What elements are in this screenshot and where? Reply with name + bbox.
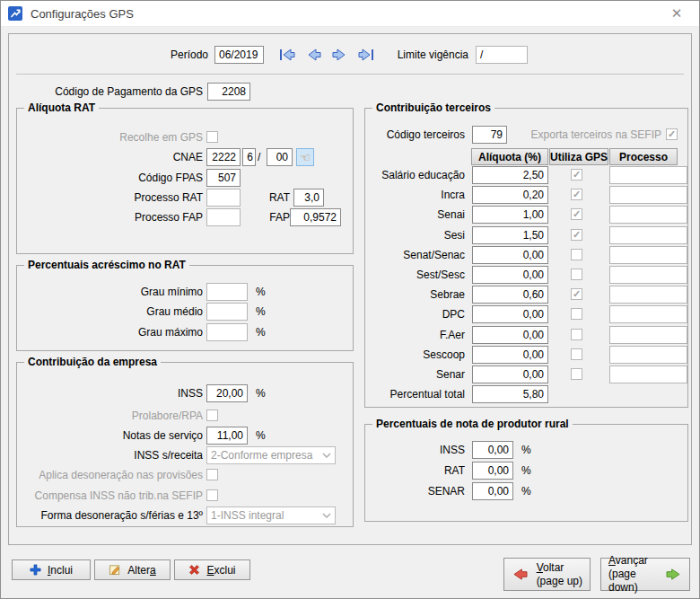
terceiros-processo-input[interactable] bbox=[609, 326, 687, 344]
inclui-button[interactable]: Inclui bbox=[12, 559, 91, 580]
terceiros-utiliza-gps-checkbox[interactable] bbox=[571, 229, 582, 241]
terceiros-processo-input[interactable] bbox=[609, 166, 687, 184]
avancar-page-down-button[interactable]: Avançar (page down) bbox=[600, 558, 690, 591]
edit-note-icon bbox=[109, 564, 121, 576]
compensa-inss-label: Compensa INSS não trib.na SEFIP bbox=[17, 487, 203, 505]
cnae-digit-input[interactable]: 6 bbox=[242, 148, 256, 166]
terceiros-utiliza-gps-checkbox[interactable] bbox=[571, 269, 582, 280]
produtor-senar-percent: % bbox=[521, 482, 539, 500]
terceiros-row-label: Senat/Senac bbox=[365, 246, 465, 264]
terceiros-aliquota-input[interactable]: 0,00 bbox=[472, 305, 548, 323]
terceiros-aliquota-input[interactable]: 0,20 bbox=[472, 186, 548, 204]
terceiros-processo-input[interactable] bbox=[609, 286, 687, 304]
compensa-inss-checkbox[interactable] bbox=[206, 489, 218, 501]
inss-empresa-input[interactable]: 20,00 bbox=[206, 384, 248, 402]
terceiros-row-label: Incra bbox=[365, 186, 465, 204]
codigo-pagamento-gps-input[interactable]: 2208 bbox=[207, 83, 250, 101]
notas-servico-percent: % bbox=[256, 427, 274, 445]
first-record-icon[interactable] bbox=[276, 46, 298, 64]
terceiros-processo-input[interactable] bbox=[609, 206, 687, 224]
terceiros-utiliza-gps-checkbox[interactable] bbox=[571, 308, 582, 320]
percentual-total-input[interactable]: 5,80 bbox=[472, 385, 548, 403]
terceiros-utiliza-gps-checkbox[interactable] bbox=[571, 368, 582, 380]
terceiros-aliquota-input[interactable]: 0,00 bbox=[472, 246, 548, 264]
terceiros-processo-input[interactable] bbox=[609, 246, 687, 264]
fap-label: FAP bbox=[259, 208, 290, 226]
codigo-terceiros-input[interactable]: 79 bbox=[472, 126, 507, 144]
next-record-icon[interactable] bbox=[328, 46, 350, 64]
grau-maximo-input[interactable] bbox=[206, 323, 248, 341]
terceiros-utiliza-gps-checkbox[interactable] bbox=[571, 288, 582, 300]
terceiros-aliquota-input[interactable]: 0,00 bbox=[472, 346, 548, 364]
terceiros-aliquota-input[interactable]: 1,50 bbox=[472, 226, 548, 244]
terceiros-aliquota-input[interactable]: 0,00 bbox=[472, 366, 548, 383]
aplica-desoneracao-checkbox[interactable] bbox=[206, 469, 218, 480]
grau-medio-percent: % bbox=[256, 303, 274, 321]
terceiros-processo-input[interactable] bbox=[609, 186, 687, 204]
terceiros-processo-input[interactable] bbox=[609, 226, 687, 244]
produtor-senar-input[interactable]: 0,00 bbox=[472, 482, 513, 500]
produtor-inss-label: INSS bbox=[365, 441, 465, 459]
recolhe-em-gps-checkbox[interactable] bbox=[206, 131, 218, 143]
cnae-input[interactable]: 2222 bbox=[206, 148, 241, 166]
inss-sreceita-value: 2-Conforme empresa bbox=[211, 449, 312, 462]
fap-input[interactable]: 0,9572 bbox=[290, 208, 341, 226]
terceiros-processo-input[interactable] bbox=[609, 266, 687, 284]
terceiros-processo-input[interactable] bbox=[609, 346, 687, 364]
processo-fap-input[interactable] bbox=[206, 208, 241, 226]
grau-minimo-input[interactable] bbox=[206, 283, 248, 301]
terceiros-utiliza-gps-checkbox[interactable] bbox=[571, 208, 582, 220]
terceiros-row-label: Salário educação bbox=[365, 166, 465, 184]
periodo-label: Período bbox=[63, 46, 208, 64]
prolabore-rpa-checkbox[interactable] bbox=[206, 410, 218, 421]
exclui-button-label: Exclui bbox=[206, 564, 235, 577]
rat-input[interactable]: 3,0 bbox=[293, 189, 324, 207]
terceiros-utiliza-gps-checkbox[interactable] bbox=[571, 329, 582, 340]
inss-sreceita-select[interactable]: 2-Conforme empresa bbox=[206, 446, 336, 464]
processo-rat-input[interactable] bbox=[206, 189, 241, 207]
periodo-input[interactable]: 06/2019 bbox=[214, 46, 264, 64]
terceiros-aliquota-input[interactable]: 0,00 bbox=[472, 266, 548, 284]
terceiros-aliquota-input[interactable]: 1,00 bbox=[472, 206, 548, 224]
terceiros-row: Salário educação2,50 bbox=[365, 166, 687, 184]
terceiros-processo-input[interactable] bbox=[609, 305, 687, 323]
group-contribuicao-terceiros: Contribuição terceiros Código terceiros … bbox=[364, 108, 688, 408]
group-contribuicao-empresa-title: Contribuição da empresa bbox=[24, 356, 161, 368]
limite-vigencia-input[interactable]: / bbox=[476, 46, 528, 64]
close-icon[interactable]: ✕ bbox=[660, 1, 694, 26]
voltar-page-up-button[interactable]: Voltar (page up) bbox=[503, 558, 591, 591]
avancar-button-label: Avançar (page down) bbox=[608, 554, 659, 595]
cnae-suffix-input[interactable]: 00 bbox=[267, 148, 293, 166]
terceiros-utiliza-gps-checkbox[interactable] bbox=[571, 249, 582, 260]
terceiros-row: Incra0,20 bbox=[365, 186, 687, 204]
terceiros-processo-input[interactable] bbox=[609, 366, 687, 383]
terceiros-aliquota-input[interactable]: 0,60 bbox=[472, 286, 548, 304]
produtor-rat-input[interactable]: 0,00 bbox=[472, 462, 513, 480]
column-header-utiliza-gps: Utiliza GPS bbox=[549, 148, 608, 165]
produtor-inss-input[interactable]: 0,00 bbox=[472, 441, 513, 459]
window-title: Configurações GPS bbox=[31, 7, 134, 21]
terceiros-row-label: F.Aer bbox=[365, 326, 465, 344]
exporta-terceiros-checkbox[interactable] bbox=[666, 128, 678, 140]
altera-button[interactable]: Altera bbox=[94, 559, 171, 580]
terceiros-aliquota-input[interactable]: 0,00 bbox=[472, 326, 548, 344]
inclui-button-label: Inclui bbox=[48, 564, 73, 577]
codigo-fpas-input[interactable]: 507 bbox=[206, 169, 241, 187]
previous-record-icon[interactable] bbox=[303, 46, 325, 64]
terceiros-utiliza-gps-checkbox[interactable] bbox=[571, 348, 582, 360]
forma-desoneracao-select[interactable]: 1-INSS integral bbox=[206, 507, 336, 524]
percentual-total-label: Percentual total bbox=[365, 385, 465, 403]
notas-servico-input[interactable]: 11,00 bbox=[206, 427, 248, 445]
grau-minimo-label: Grau mínimo bbox=[17, 283, 203, 301]
exclui-button[interactable]: Exclui bbox=[174, 559, 250, 580]
terceiros-utiliza-gps-checkbox[interactable] bbox=[571, 189, 582, 200]
grau-maximo-percent: % bbox=[256, 323, 274, 341]
group-aliquota-rat-title: Alíquota RAT bbox=[24, 101, 99, 114]
terceiros-utiliza-gps-checkbox[interactable] bbox=[571, 169, 582, 181]
terceiros-aliquota-input[interactable]: 2,50 bbox=[472, 166, 548, 184]
grau-medio-input[interactable] bbox=[206, 303, 248, 321]
terceiros-row: Sebrae0,60 bbox=[365, 286, 687, 304]
produtor-senar-label: SENAR bbox=[365, 482, 465, 500]
rat-label: RAT bbox=[259, 189, 290, 207]
cnae-lookup-hand-icon[interactable]: ☜ bbox=[296, 148, 314, 166]
